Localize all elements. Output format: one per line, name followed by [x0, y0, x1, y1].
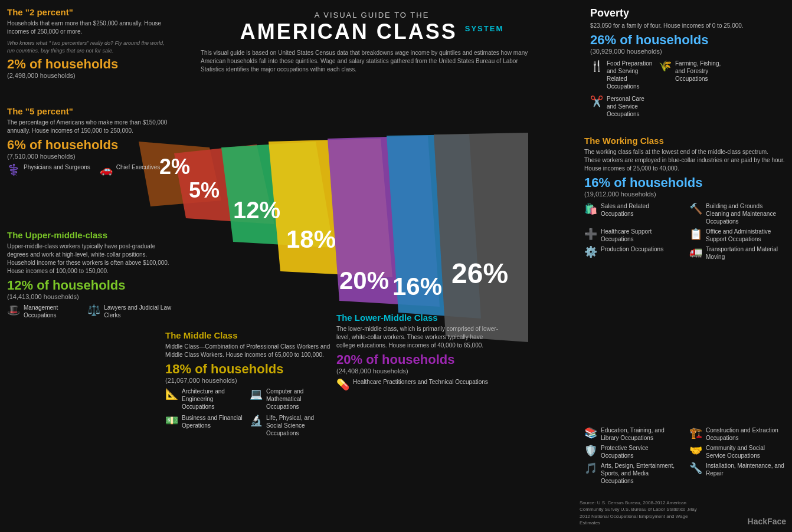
sales-label: Sales and Related Occupations	[601, 202, 680, 218]
occ-production: ⚙️ Production Occupations	[584, 245, 680, 261]
education-label: Education, Training, and Library Occupat…	[601, 426, 680, 442]
protective-label: Protective Service Occupations	[601, 444, 680, 459]
source-note: Source: U.S. Census Bureau, 2008-2012 Am…	[580, 500, 698, 526]
two-percent-title: The "2 percent"	[7, 7, 172, 17]
upper-middle-households: (14,413,000 households)	[7, 293, 172, 300]
middle-class-households: (21,067,000 households)	[165, 377, 330, 384]
transport-label: Transportation and Material Moving	[706, 245, 785, 261]
lower-middle-extra-occupations: 📚 Education, Training, and Library Occup…	[584, 422, 785, 485]
poverty-desc: $23,050 for a family of four. House inco…	[590, 22, 785, 30]
page: A Visual Guide to the AMERICAN CLASS SYS…	[0, 0, 792, 532]
personal-care-label: Personal Care and Service Occupations	[607, 95, 654, 118]
section-lower-middle: The Lower-Middle Class The lower-middle …	[336, 313, 502, 392]
occ-executives: 🚗 Chief Executives	[100, 163, 160, 177]
poverty-occupations: 🍴 Food Preparation and Serving Related O…	[590, 60, 785, 118]
svg-text:5%: 5%	[189, 178, 220, 202]
executives-icon: 🚗	[100, 163, 113, 177]
header-subtitle: A Visual Guide to the	[189, 11, 555, 19]
occ-healthcare-practitioners: 💊 Healthcare Practitioners and Technical…	[336, 378, 502, 392]
occ-sales: 🛍️ Sales and Related Occupations	[584, 202, 680, 225]
business-icon: 💵	[165, 414, 178, 428]
occ-lawyers: ⚖️ Lawyers and Judicial Law Clerks	[87, 304, 172, 319]
two-percent-stat: 2% of households	[7, 57, 172, 72]
farming-icon: 🌾	[659, 60, 672, 73]
office-label: Office and Administrative Support Occupa…	[706, 228, 785, 243]
lower-middle-desc: The lower-middle class, which is primari…	[336, 325, 502, 350]
computer-icon: 💻	[250, 387, 263, 401]
lower-middle-households: (24,408,000 households)	[336, 367, 502, 375]
svg-text:26%: 26%	[451, 258, 508, 289]
community-label: Community and Social Service Occupations	[706, 444, 785, 459]
business-label: Business and Financial Operations	[182, 414, 246, 429]
poverty-stat: 26% of households	[590, 32, 785, 48]
poverty-households: (30,929,000 households)	[590, 48, 785, 55]
occ-healthcare-support: ➕ Healthcare Support Occupations	[584, 228, 680, 243]
five-percent-households: (7,510,000 households)	[7, 153, 172, 160]
healthcare-support-icon: ➕	[584, 228, 597, 241]
section-middle-class: The Middle Class Middle Class—Combinatio…	[165, 330, 330, 437]
architecture-label: Architecture and Engineering Occupations	[182, 387, 246, 411]
upper-middle-desc: Upper-middle-class workers typically hav…	[7, 242, 172, 275]
physicians-label: Physicians and Surgeons	[24, 163, 90, 171]
construction-icon: 🏗️	[689, 426, 702, 440]
five-percent-occupations: ⚕️ Physicians and Surgeons 🚗 Chief Execu…	[7, 163, 172, 177]
production-icon: ⚙️	[584, 245, 597, 259]
upper-middle-stat: 12% of households	[7, 278, 172, 293]
occ-arts: 🎵 Arts, Design, Entertainment, Sports, a…	[584, 462, 680, 485]
working-class-households: (19,012,000 households)	[584, 191, 785, 198]
food-prep-icon: 🍴	[590, 60, 603, 73]
occ-business: 💵 Business and Financial Operations	[165, 414, 246, 437]
occ-transport: 🚛 Transportation and Material Moving	[689, 245, 785, 261]
management-icon: 🎩	[7, 304, 20, 317]
two-percent-quote: Who knows what " two percenters" really …	[7, 40, 172, 54]
working-class-occupations: 🛍️ Sales and Related Occupations 🔨 Build…	[584, 202, 785, 261]
community-icon: 🤝	[689, 444, 702, 458]
farming-label: Farming, Fishing, and Forestry Occupatio…	[675, 60, 722, 83]
installation-icon: 🔧	[689, 462, 702, 475]
lower-middle-title: The Lower-Middle Class	[336, 313, 502, 323]
production-label: Production Occupations	[601, 245, 663, 253]
occ-office: 📋 Office and Administrative Support Occu…	[689, 228, 785, 243]
header-title-line1: AMERICAN CLASS SYSTEM	[189, 19, 555, 44]
middle-class-desc: Middle Class—Combination of Professional…	[165, 343, 330, 359]
sales-icon: 🛍️	[584, 202, 597, 216]
education-icon: 📚	[584, 426, 597, 440]
middle-class-stat: 18% of households	[165, 362, 330, 377]
occ-installation: 🔧 Installation, Maintenance, and Repair	[689, 462, 785, 485]
upper-middle-occupations: 🎩 Management Occupations ⚖️ Lawyers and …	[7, 304, 172, 319]
five-percent-stat: 6% of households	[7, 137, 172, 153]
management-label: Management Occupations	[24, 304, 78, 319]
five-percent-desc: The percentage of Americans who make mor…	[7, 119, 172, 135]
upper-middle-title: The Upper-middle-class	[7, 230, 172, 240]
header: A Visual Guide to the AMERICAN CLASS SYS…	[189, 0, 555, 78]
healthcare-practitioners-icon: 💊	[336, 378, 349, 392]
physicians-icon: ⚕️	[7, 163, 20, 177]
poverty-title: Poverty	[590, 7, 785, 19]
lawyers-icon: ⚖️	[87, 304, 100, 317]
arts-icon: 🎵	[584, 462, 597, 475]
transport-icon: 🚛	[689, 245, 702, 259]
svg-text:16%: 16%	[392, 272, 442, 300]
section-poverty: Poverty $23,050 for a family of four. Ho…	[590, 7, 785, 118]
header-description: This visual guide is based on United Sta…	[189, 49, 555, 74]
occ-building: 🔨 Building and Grounds Cleaning and Main…	[689, 202, 785, 225]
section-working-class: The Working Class The working class fall…	[584, 136, 785, 261]
occ-architecture: 📐 Architecture and Engineering Occupatio…	[165, 387, 246, 411]
science-icon: 🔬	[250, 414, 263, 428]
svg-text:20%: 20%	[339, 267, 389, 294]
arts-label: Arts, Design, Entertainment, Sports, and…	[601, 462, 680, 485]
personal-care-icon: ✂️	[590, 95, 603, 109]
lower-middle-stat: 20% of households	[336, 352, 502, 367]
lawyers-label: Lawyers and Judicial Law Clerks	[104, 304, 172, 319]
occ-protective: 🛡️ Protective Service Occupations	[584, 444, 680, 459]
section-upper-middle: The Upper-middle-class Upper-middle-clas…	[7, 230, 172, 319]
section-five-percent: The "5 percent" The percentage of Americ…	[7, 106, 172, 177]
occ-management: 🎩 Management Occupations	[7, 304, 78, 319]
occ-computer: 💻 Computer and Mathematical Occupations	[250, 387, 330, 411]
working-class-title: The Working Class	[584, 136, 785, 146]
science-label: Life, Physical, and Social Science Occup…	[266, 414, 330, 437]
middle-class-title: The Middle Class	[165, 330, 330, 340]
building-icon: 🔨	[689, 202, 702, 216]
working-class-desc: The working class falls at the lowest en…	[584, 148, 785, 173]
svg-text:12%: 12%	[233, 197, 280, 223]
